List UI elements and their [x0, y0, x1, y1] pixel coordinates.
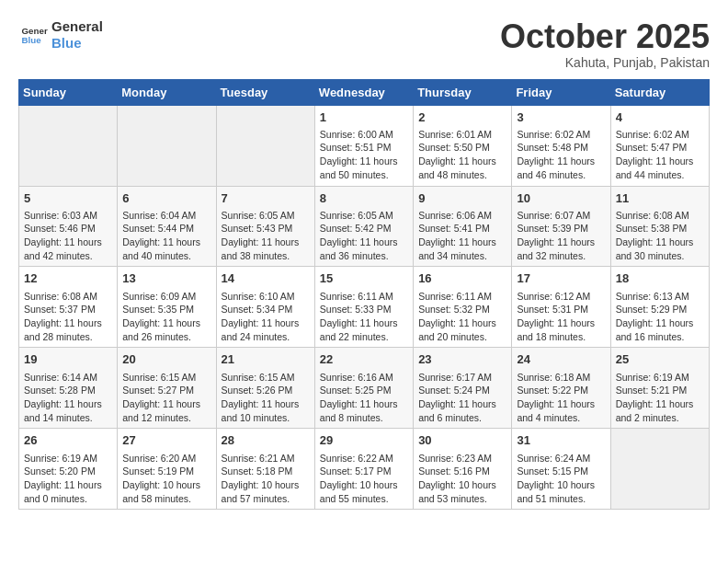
location-subtitle: Kahuta, Punjab, Pakistan	[500, 55, 710, 70]
day-info: Sunrise: 6:19 AM Sunset: 5:21 PM Dayligh…	[616, 371, 704, 425]
calendar-cell	[216, 105, 314, 186]
calendar-cell: 4Sunrise: 6:02 AM Sunset: 5:47 PM Daylig…	[610, 105, 709, 186]
day-number: 8	[320, 190, 408, 207]
calendar-cell: 16Sunrise: 6:11 AM Sunset: 5:32 PM Dayli…	[414, 267, 512, 348]
day-number: 26	[24, 432, 112, 449]
day-number: 12	[24, 270, 112, 287]
calendar-cell: 13Sunrise: 6:09 AM Sunset: 5:35 PM Dayli…	[118, 267, 216, 348]
calendar-cell: 9Sunrise: 6:06 AM Sunset: 5:41 PM Daylig…	[414, 186, 512, 267]
day-number: 14	[222, 270, 310, 287]
day-info: Sunrise: 6:11 AM Sunset: 5:33 PM Dayligh…	[320, 290, 408, 344]
page-header: General Blue General Blue October 2025 K…	[18, 18, 710, 70]
day-number: 15	[320, 270, 408, 287]
calendar-cell: 25Sunrise: 6:19 AM Sunset: 5:21 PM Dayli…	[610, 348, 709, 429]
weekday-header-row: SundayMondayTuesdayWednesdayThursdayFrid…	[19, 79, 710, 105]
day-number: 28	[222, 432, 310, 449]
calendar-cell	[610, 429, 709, 510]
day-info: Sunrise: 6:11 AM Sunset: 5:32 PM Dayligh…	[418, 290, 506, 344]
day-info: Sunrise: 6:02 AM Sunset: 5:47 PM Dayligh…	[616, 128, 704, 182]
calendar-cell: 27Sunrise: 6:20 AM Sunset: 5:19 PM Dayli…	[118, 429, 216, 510]
calendar-cell: 7Sunrise: 6:05 AM Sunset: 5:43 PM Daylig…	[216, 186, 314, 267]
calendar-cell: 2Sunrise: 6:01 AM Sunset: 5:50 PM Daylig…	[414, 105, 512, 186]
day-info: Sunrise: 6:07 AM Sunset: 5:39 PM Dayligh…	[517, 209, 605, 263]
calendar-cell: 30Sunrise: 6:23 AM Sunset: 5:16 PM Dayli…	[414, 429, 512, 510]
day-info: Sunrise: 6:13 AM Sunset: 5:29 PM Dayligh…	[616, 290, 704, 344]
day-number: 11	[616, 190, 704, 207]
logo-icon: General Blue	[20, 21, 48, 49]
day-info: Sunrise: 6:15 AM Sunset: 5:27 PM Dayligh…	[122, 371, 210, 425]
weekday-header-saturday: Saturday	[610, 79, 709, 105]
calendar-cell: 18Sunrise: 6:13 AM Sunset: 5:29 PM Dayli…	[610, 267, 709, 348]
day-info: Sunrise: 6:20 AM Sunset: 5:19 PM Dayligh…	[122, 452, 210, 506]
svg-text:General: General	[22, 26, 49, 36]
calendar-cell: 24Sunrise: 6:18 AM Sunset: 5:22 PM Dayli…	[512, 348, 610, 429]
calendar-cell	[19, 105, 118, 186]
day-info: Sunrise: 6:17 AM Sunset: 5:24 PM Dayligh…	[418, 371, 506, 425]
svg-text:Blue: Blue	[22, 35, 42, 45]
day-number: 2	[418, 109, 506, 126]
day-number: 25	[616, 351, 704, 368]
calendar-cell: 31Sunrise: 6:24 AM Sunset: 5:15 PM Dayli…	[512, 429, 610, 510]
day-number: 7	[222, 190, 310, 207]
day-info: Sunrise: 6:24 AM Sunset: 5:15 PM Dayligh…	[517, 452, 605, 506]
weekday-header-friday: Friday	[512, 79, 610, 105]
calendar-cell: 22Sunrise: 6:16 AM Sunset: 5:25 PM Dayli…	[314, 348, 413, 429]
day-number: 13	[122, 270, 210, 287]
calendar-cell: 5Sunrise: 6:03 AM Sunset: 5:46 PM Daylig…	[19, 186, 118, 267]
day-number: 1	[320, 109, 408, 126]
logo: General Blue General Blue	[18, 18, 103, 52]
day-number: 5	[24, 190, 112, 207]
day-info: Sunrise: 6:08 AM Sunset: 5:37 PM Dayligh…	[24, 290, 112, 344]
weekday-header-sunday: Sunday	[19, 79, 118, 105]
day-number: 17	[517, 270, 605, 287]
day-number: 19	[24, 351, 112, 368]
calendar-cell: 21Sunrise: 6:15 AM Sunset: 5:26 PM Dayli…	[216, 348, 314, 429]
day-info: Sunrise: 6:10 AM Sunset: 5:34 PM Dayligh…	[222, 290, 310, 344]
day-number: 3	[517, 109, 605, 126]
calendar-week-row: 5Sunrise: 6:03 AM Sunset: 5:46 PM Daylig…	[19, 186, 710, 267]
day-info: Sunrise: 6:02 AM Sunset: 5:48 PM Dayligh…	[517, 128, 605, 182]
day-number: 21	[222, 351, 310, 368]
calendar-cell: 26Sunrise: 6:19 AM Sunset: 5:20 PM Dayli…	[19, 429, 118, 510]
day-info: Sunrise: 6:16 AM Sunset: 5:25 PM Dayligh…	[320, 371, 408, 425]
day-number: 27	[122, 432, 210, 449]
weekday-header-monday: Monday	[118, 79, 216, 105]
calendar-cell: 14Sunrise: 6:10 AM Sunset: 5:34 PM Dayli…	[216, 267, 314, 348]
calendar-cell: 15Sunrise: 6:11 AM Sunset: 5:33 PM Dayli…	[314, 267, 413, 348]
logo-general: General	[51, 18, 103, 35]
calendar-cell: 28Sunrise: 6:21 AM Sunset: 5:18 PM Dayli…	[216, 429, 314, 510]
title-block: October 2025 Kahuta, Punjab, Pakistan	[500, 18, 710, 70]
day-info: Sunrise: 6:19 AM Sunset: 5:20 PM Dayligh…	[24, 452, 112, 506]
day-number: 23	[418, 351, 506, 368]
day-info: Sunrise: 6:01 AM Sunset: 5:50 PM Dayligh…	[418, 128, 506, 182]
calendar-week-row: 12Sunrise: 6:08 AM Sunset: 5:37 PM Dayli…	[19, 267, 710, 348]
calendar-cell: 23Sunrise: 6:17 AM Sunset: 5:24 PM Dayli…	[414, 348, 512, 429]
calendar-cell: 6Sunrise: 6:04 AM Sunset: 5:44 PM Daylig…	[118, 186, 216, 267]
day-number: 31	[517, 432, 605, 449]
calendar-cell: 17Sunrise: 6:12 AM Sunset: 5:31 PM Dayli…	[512, 267, 610, 348]
day-number: 16	[418, 270, 506, 287]
weekday-header-thursday: Thursday	[414, 79, 512, 105]
day-number: 10	[517, 190, 605, 207]
day-number: 29	[320, 432, 408, 449]
calendar-cell: 12Sunrise: 6:08 AM Sunset: 5:37 PM Dayli…	[19, 267, 118, 348]
day-info: Sunrise: 6:14 AM Sunset: 5:28 PM Dayligh…	[24, 371, 112, 425]
day-info: Sunrise: 6:22 AM Sunset: 5:17 PM Dayligh…	[320, 452, 408, 506]
day-number: 20	[122, 351, 210, 368]
calendar-cell: 3Sunrise: 6:02 AM Sunset: 5:48 PM Daylig…	[512, 105, 610, 186]
day-number: 9	[418, 190, 506, 207]
day-info: Sunrise: 6:18 AM Sunset: 5:22 PM Dayligh…	[517, 371, 605, 425]
day-info: Sunrise: 6:23 AM Sunset: 5:16 PM Dayligh…	[418, 452, 506, 506]
calendar-table: SundayMondayTuesdayWednesdayThursdayFrid…	[18, 79, 710, 511]
day-number: 6	[122, 190, 210, 207]
calendar-cell: 8Sunrise: 6:05 AM Sunset: 5:42 PM Daylig…	[314, 186, 413, 267]
day-number: 4	[616, 109, 704, 126]
day-info: Sunrise: 6:06 AM Sunset: 5:41 PM Dayligh…	[418, 209, 506, 263]
day-info: Sunrise: 6:04 AM Sunset: 5:44 PM Dayligh…	[122, 209, 210, 263]
day-info: Sunrise: 6:12 AM Sunset: 5:31 PM Dayligh…	[517, 290, 605, 344]
calendar-week-row: 19Sunrise: 6:14 AM Sunset: 5:28 PM Dayli…	[19, 348, 710, 429]
calendar-cell: 19Sunrise: 6:14 AM Sunset: 5:28 PM Dayli…	[19, 348, 118, 429]
day-number: 22	[320, 351, 408, 368]
calendar-cell: 11Sunrise: 6:08 AM Sunset: 5:38 PM Dayli…	[610, 186, 709, 267]
month-title: October 2025	[500, 18, 710, 55]
